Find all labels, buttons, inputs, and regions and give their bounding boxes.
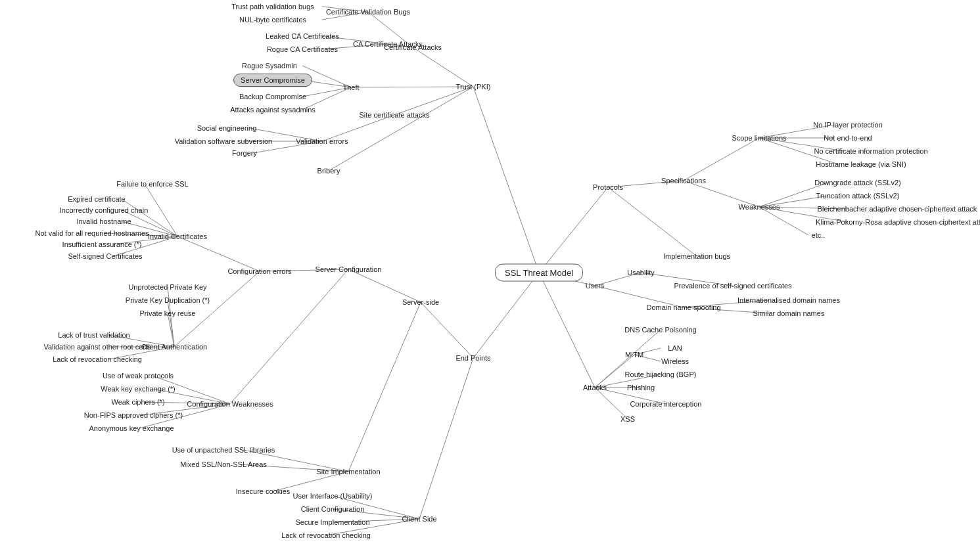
node-insecure_cookies: Insecure cookies bbox=[233, 486, 293, 497]
node-truncation: Truncation attack (SSLv2) bbox=[814, 190, 902, 201]
svg-line-20 bbox=[421, 302, 473, 358]
node-end_points: End Points bbox=[453, 353, 493, 363]
node-weak_protocols: Use of weak protocols bbox=[100, 370, 176, 381]
node-rogue_ca: Rogue CA Certificates bbox=[264, 44, 340, 55]
node-client_side: Client Side bbox=[399, 514, 439, 524]
svg-line-48 bbox=[419, 358, 473, 519]
node-val_root_certs: Validation against other root certs bbox=[41, 342, 153, 352]
node-incorr_chain: Incorrectly configured chain bbox=[57, 205, 151, 215]
node-ca_cert_attacks: CA Certificate Attacks bbox=[350, 39, 425, 49]
node-no_ip_layer: No IP layer protection bbox=[810, 120, 885, 130]
node-users: Users bbox=[583, 280, 607, 291]
node-lack_trust: Lack of trust validation bbox=[55, 330, 132, 340]
node-leaked_ca: Leaked CA Certificates bbox=[263, 31, 342, 41]
node-anon_key_exch: Anonymous key exchange bbox=[86, 423, 176, 434]
node-prevalence_self_signed: Prevalence of self-signed certificates bbox=[671, 280, 794, 291]
node-corp_interception: Corporate interception bbox=[628, 399, 705, 409]
node-weak_ciphers: Weak ciphers (*) bbox=[108, 397, 167, 407]
node-xss: XSS bbox=[618, 414, 638, 424]
node-phishing: Phishing bbox=[624, 382, 657, 393]
node-specs: Specifications bbox=[659, 175, 709, 186]
svg-line-53 bbox=[539, 187, 608, 273]
node-cert_val_bugs: Certificate Validation Bugs bbox=[323, 7, 413, 17]
node-lan: LAN bbox=[665, 343, 684, 353]
svg-line-44 bbox=[348, 302, 421, 472]
node-fail_enforce_ssl: Failure to enforce SSL bbox=[114, 179, 191, 189]
mindmap-container: SSL Threat ModelTrust (PKI)Certificate A… bbox=[0, 0, 980, 557]
node-non_fips: Non-FIPS approved ciphers (*) bbox=[82, 410, 185, 420]
node-unpatched_ssl: Use of unpactched SSL libraries bbox=[170, 445, 278, 455]
svg-line-38 bbox=[230, 269, 348, 404]
node-not_valid_hosts: Not valid for all requried hostnames bbox=[32, 228, 151, 238]
node-scope_limit: Scope limitations bbox=[729, 133, 789, 143]
node-rogue_sysadmin: Rogue Sysadmin bbox=[239, 60, 300, 71]
node-mitm: MITM bbox=[622, 349, 646, 360]
node-weaknesses: Weaknesses bbox=[736, 202, 783, 212]
node-secure_impl: Secure Implementation bbox=[292, 517, 372, 527]
node-usability: Usability bbox=[624, 267, 657, 278]
node-hostname_leak: Hostname leakage (via SNI) bbox=[813, 159, 909, 169]
node-bribery: Bribery bbox=[315, 166, 343, 176]
node-server_config: Server Configuration bbox=[313, 264, 385, 275]
node-klima: Klima-Pokorny-Rosa adaptive chosen-ciphe… bbox=[813, 217, 980, 227]
node-wireless: Wireless bbox=[659, 356, 691, 367]
node-weak_key_exch: Weak key exchange (*) bbox=[98, 384, 178, 394]
node-pk_reuse: Private key reuse bbox=[137, 308, 198, 319]
node-site_impl: Site Implementation bbox=[314, 466, 383, 477]
node-unprotected_pk: Unprotected Private Key bbox=[126, 282, 209, 292]
node-bleichenbacher: Bleichenbacher adaptive chosen-ciphertex… bbox=[815, 204, 980, 214]
node-trust_pki: Trust (PKI) bbox=[454, 81, 494, 92]
node-invalid_hostname: Invalid hostname bbox=[74, 216, 133, 227]
node-social_engineering: Social engineering bbox=[195, 123, 260, 133]
node-domain_spoof: Domain name spoofing bbox=[643, 302, 723, 313]
node-validation_errors: Validation errors bbox=[293, 136, 350, 146]
node-theft: Theft bbox=[340, 82, 362, 93]
node-insuff_assurance: Insufficient assurance (*) bbox=[60, 239, 145, 250]
node-val_sw_subversion: Validation software subversion bbox=[172, 136, 275, 146]
svg-line-55 bbox=[684, 138, 759, 181]
node-forgery: Forgery bbox=[229, 148, 260, 158]
node-invalid_certs: Invalid Certificates bbox=[145, 231, 210, 242]
svg-line-18 bbox=[329, 87, 473, 171]
node-client_config: Client Configuration bbox=[298, 504, 367, 514]
svg-line-33 bbox=[168, 300, 174, 347]
svg-line-19 bbox=[473, 273, 539, 358]
node-self_signed: Self-signed Certificates bbox=[65, 251, 145, 261]
node-trust_path: Trust path validation bugs bbox=[229, 1, 317, 12]
svg-line-1 bbox=[413, 47, 473, 87]
node-not_end_to_end: Not end-to-end bbox=[821, 133, 874, 143]
node-intl_domain: Internationalised domain names bbox=[735, 295, 843, 305]
node-similar_domain: Similar domain names bbox=[751, 308, 828, 319]
center-node: SSL Threat Model bbox=[495, 264, 583, 282]
node-server_compromise: Server Compromise bbox=[233, 74, 312, 87]
node-backup_compromise: Backup Compromise bbox=[237, 91, 309, 102]
node-site_cert_attacks: Site certificate attacks bbox=[357, 110, 432, 120]
node-etc: etc.. bbox=[809, 230, 828, 240]
node-lack_revoc_check1: Lack of revocation checking bbox=[50, 354, 145, 365]
node-lack_revoc_check2: Lack of revocation checking bbox=[279, 530, 373, 541]
node-attacks_sysadmin: Attacks against sysadmins bbox=[227, 104, 318, 115]
node-nul_byte: NUL-byte certificates bbox=[237, 14, 309, 25]
node-no_cert_info: No certificate information protection bbox=[811, 146, 930, 156]
node-expired_cert: Expired certificate bbox=[65, 194, 128, 204]
node-server_side: Server-side bbox=[400, 297, 442, 307]
svg-line-66 bbox=[608, 187, 697, 256]
node-impl_bugs: Implementation bugs bbox=[661, 251, 733, 261]
node-mixed_ssl: Mixed SSL/Non-SSL Areas bbox=[177, 459, 269, 470]
node-attacks: Attacks bbox=[580, 382, 609, 393]
node-ui_usability: User Interface (Usability) bbox=[290, 491, 375, 501]
node-protocols: Protocols bbox=[590, 182, 626, 192]
node-config_weaknesses: Configuration Weaknesses bbox=[184, 399, 275, 409]
node-config_errors: Configuration errors bbox=[225, 266, 294, 277]
node-dns_cache: DNS Cache Poisoning bbox=[622, 324, 699, 335]
svg-line-0 bbox=[473, 87, 539, 273]
node-pk_duplication: Private Key Duplication (*) bbox=[123, 295, 212, 305]
node-downgrade: Downgrade attack (SSLv2) bbox=[812, 177, 903, 188]
node-route_hijack: Route hijacking (BGP) bbox=[622, 369, 699, 380]
